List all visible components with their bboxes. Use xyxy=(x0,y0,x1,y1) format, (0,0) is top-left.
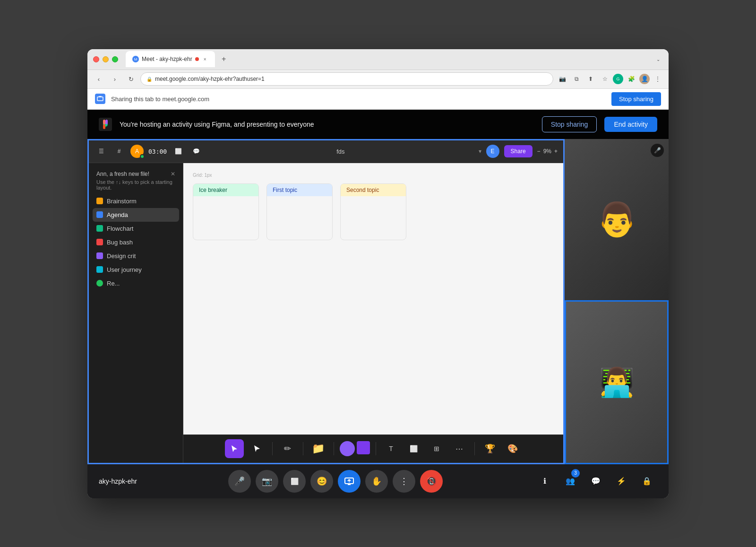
meet-controls: 🎤 📷 ⬜ 😊 ✋ ⋮ 📵 xyxy=(228,470,443,493)
bookmark-icon[interactable]: ☆ xyxy=(599,73,611,85)
sidebar-item-re[interactable]: Re... xyxy=(89,277,183,290)
plugin-tool-1[interactable]: 🏆 xyxy=(481,439,499,458)
userjourney-icon xyxy=(96,266,103,273)
svg-rect-4 xyxy=(105,120,108,124)
address-bar[interactable]: 🔒 meet.google.com/aky-hzpk-ehr?authuser=… xyxy=(140,72,553,86)
stop-sharing-activity-button[interactable]: Stop sharing xyxy=(542,116,597,132)
browser-window: M Meet - aky-hzpk-ehr × + ⌄ ‹ › ↻ 🔒 meet… xyxy=(87,49,669,498)
activity-bar: You're hosting an activity using Figma, … xyxy=(87,110,669,139)
figma-dropdown-icon[interactable]: ▾ xyxy=(479,148,481,155)
share-screen-button[interactable] xyxy=(338,470,361,493)
extensions-icon[interactable]: 🧩 xyxy=(625,73,637,85)
designcrit-icon xyxy=(96,252,103,259)
new-tab-button[interactable]: + xyxy=(218,53,230,65)
brainstorm-icon xyxy=(96,198,103,204)
emoji-button[interactable]: 😊 xyxy=(310,470,333,493)
frame-tool-button[interactable]: ⬜ xyxy=(404,439,423,458)
active-tab[interactable]: M Meet - aky-hzpk-ehr × xyxy=(126,51,215,67)
rect-tool[interactable] xyxy=(357,441,370,454)
lock-icon: 🔒 xyxy=(146,77,152,82)
more-options-button[interactable]: ⋮ xyxy=(393,470,415,493)
zoom-out-button[interactable]: − xyxy=(537,148,541,155)
sidebar-item-designcrit[interactable]: Design crit xyxy=(89,249,183,263)
sidebar-item-label: Flowchart xyxy=(107,225,133,232)
figma-menu-button[interactable]: ☰ xyxy=(94,145,108,158)
sidebar-item-flowchart[interactable]: Flowchart xyxy=(89,222,183,235)
window-dropdown[interactable]: ⌄ xyxy=(653,54,663,64)
figma-body: Ann, a fresh new file! ✕ Use the ↑↓ keys… xyxy=(89,163,563,463)
folder-tool-button[interactable]: 📁 xyxy=(309,439,328,458)
sidebar-item-userjourney[interactable]: User journey xyxy=(89,263,183,277)
cast-icon[interactable]: 📷 xyxy=(556,73,568,85)
selection-tool-button[interactable] xyxy=(225,439,244,458)
table-tool-button[interactable]: ⊞ xyxy=(427,439,446,458)
traffic-lights xyxy=(93,56,118,62)
sidebar-item-brainstorm[interactable]: Brainstorm xyxy=(89,194,183,208)
activities-button[interactable]: ⚡ xyxy=(611,471,632,492)
lock-button[interactable]: 🔒 xyxy=(636,471,657,492)
second-topic-column: Second topic xyxy=(340,183,406,240)
more-tools-button[interactable]: ⋯ xyxy=(450,439,469,458)
sharing-text: Sharing this tab to meet.google.com xyxy=(111,96,606,103)
toolbar-separator-3 xyxy=(334,442,334,455)
figma-grid-icon[interactable]: # xyxy=(112,145,126,158)
video-panel-2: 👨‍💻 ⋯ Whiteboard xyxy=(565,300,669,464)
zoom-level: 9% xyxy=(543,148,551,155)
text-tool-button[interactable]: T xyxy=(382,439,401,458)
sharing-bar: Sharing this tab to meet.google.com Stop… xyxy=(87,89,669,110)
shape-tools xyxy=(340,441,370,456)
sharing-tab-icon xyxy=(95,94,105,104)
sidebar-item-label: User journey xyxy=(107,266,142,273)
chat-icon[interactable]: 💬 xyxy=(189,145,203,158)
file-title: fds xyxy=(336,148,344,155)
pencil-tool-button[interactable]: ✏ xyxy=(278,439,297,458)
tab-close-button[interactable]: × xyxy=(202,56,208,62)
end-activity-button[interactable]: End activity xyxy=(604,117,657,132)
toolbar-separator-2 xyxy=(303,442,303,455)
bugbash-icon xyxy=(96,239,103,245)
figma-canvas[interactable]: Grid: 1px Ice breaker First topic Second… xyxy=(183,163,563,434)
forward-button[interactable]: › xyxy=(108,72,121,86)
zoom-controls: − 9% + xyxy=(537,148,558,155)
more-options-icon[interactable]: ⋮ xyxy=(652,73,664,85)
second-topic-header: Second topic xyxy=(341,184,406,196)
cursor-tool-button[interactable] xyxy=(248,439,266,458)
ice-breaker-header: Ice breaker xyxy=(193,184,258,196)
figma-share-button[interactable]: Share xyxy=(504,145,533,157)
stop-sharing-button[interactable]: Stop sharing xyxy=(611,92,661,106)
present-button[interactable]: ⬜ xyxy=(283,470,306,493)
nav-icons: 📷 ⧉ ⬆ ☆ G 🧩 👤 ⋮ xyxy=(556,73,664,85)
refresh-button[interactable]: ↻ xyxy=(124,72,137,86)
hand-raise-button[interactable]: ✋ xyxy=(365,470,388,493)
profile-avatar[interactable]: 👤 xyxy=(639,74,650,84)
open-in-new-icon[interactable]: ⧉ xyxy=(570,73,583,85)
first-topic-column: First topic xyxy=(266,183,333,240)
presentation-icon[interactable]: ⬜ xyxy=(172,145,185,158)
navigation-bar: ‹ › ↻ 🔒 meet.google.com/aky-hzpk-ehr?aut… xyxy=(87,70,669,89)
figma-bottom-toolbar: ✏ 📁 T ⬜ ⊞ xyxy=(183,434,563,463)
flowchart-icon xyxy=(96,225,103,232)
end-call-button[interactable]: 📵 xyxy=(420,470,443,493)
sidebar-item-bugbash[interactable]: Bug bash xyxy=(89,235,183,249)
share-icon[interactable]: ⬆ xyxy=(584,73,597,85)
info-button[interactable]: ℹ xyxy=(534,471,555,492)
camera-button[interactable]: 📷 xyxy=(256,470,278,493)
figma-sidebar: Ann, a fresh new file! ✕ Use the ↑↓ keys… xyxy=(89,163,183,463)
minimize-window-button[interactable] xyxy=(103,56,109,62)
plugin-tool-2[interactable]: 🎨 xyxy=(503,439,522,458)
person-video-2: 👨‍💻 xyxy=(566,302,667,463)
sidebar-item-label: Re... xyxy=(107,280,120,287)
maximize-window-button[interactable] xyxy=(112,56,118,62)
zoom-in-button[interactable]: + xyxy=(554,148,558,155)
sidebar-subtitle: Use the ↑↓ keys to pick a starting layou… xyxy=(89,178,183,194)
url-text: meet.google.com/aky-hzpk-ehr?authuser=1 xyxy=(155,76,547,82)
microphone-button[interactable]: 🎤 xyxy=(228,470,251,493)
sidebar-item-agenda[interactable]: Agenda xyxy=(93,208,179,222)
chat-button[interactable]: 💬 xyxy=(585,471,606,492)
circle-tool[interactable] xyxy=(340,441,355,456)
person-2-face: 👨‍💻 xyxy=(599,365,635,399)
grammarly-icon[interactable]: G xyxy=(613,74,623,84)
back-button[interactable]: ‹ xyxy=(92,72,105,86)
close-window-button[interactable] xyxy=(93,56,99,62)
sidebar-collapse-button[interactable]: ✕ xyxy=(171,171,175,177)
